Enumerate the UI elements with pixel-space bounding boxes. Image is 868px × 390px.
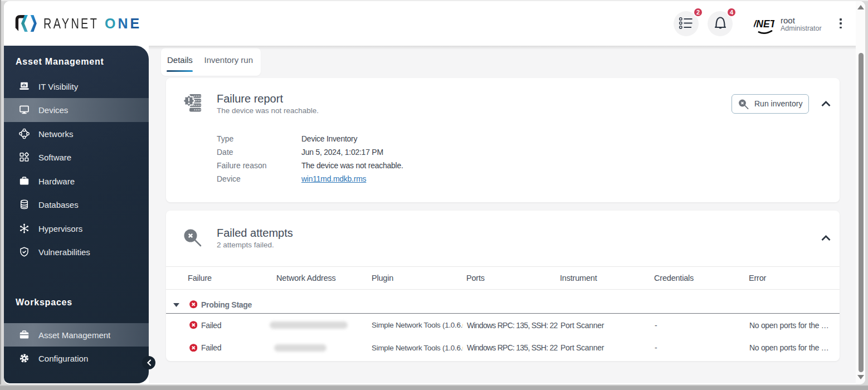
svg-text:/NET: /NET: [753, 18, 776, 29]
